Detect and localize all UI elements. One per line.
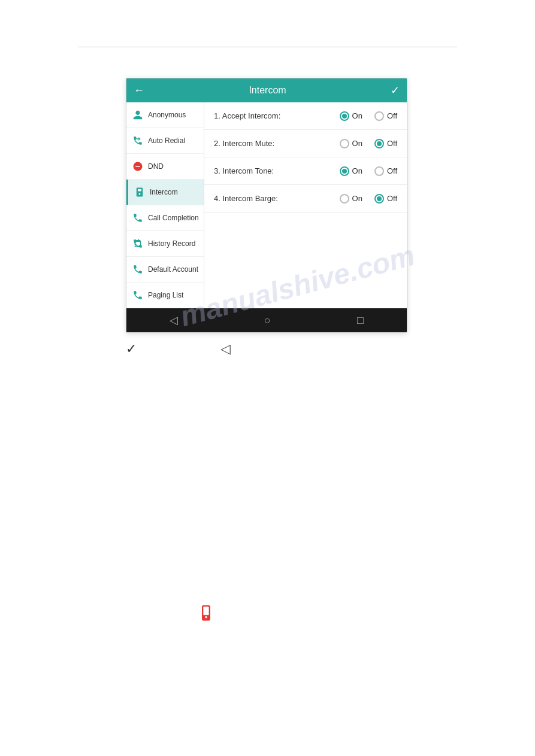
sidebar-label-paging-list: Paging List xyxy=(148,291,183,299)
setting-row-intercom-mute: 2. Intercom Mute: On Off xyxy=(204,130,407,157)
annotation-area: ✓ ◁ xyxy=(126,341,231,357)
accept-intercom-off-circle xyxy=(374,111,384,121)
setting-row-accept-intercom: 1. Accept Intercom: On Off xyxy=(204,102,407,130)
phone-ui: ← Intercom ✓ Anonymous Auto Redial xyxy=(126,78,407,333)
setting-row-intercom-barge: 4. Intercom Barge: On Off xyxy=(204,185,407,212)
intercom-tone-on[interactable]: On xyxy=(340,166,362,176)
callcompletion-icon xyxy=(131,211,144,224)
intercom-barge-off-label: Off xyxy=(387,194,397,203)
intercom-barge-off-circle xyxy=(374,194,384,204)
account-icon xyxy=(131,263,144,276)
dnd-icon xyxy=(131,160,144,173)
sidebar-item-dnd[interactable]: DND xyxy=(126,154,204,180)
accept-intercom-on[interactable]: On xyxy=(340,111,362,121)
svg-rect-1 xyxy=(135,166,140,167)
sidebar-item-default-account[interactable]: Default Account xyxy=(126,257,204,283)
intercom-barge-on[interactable]: On xyxy=(340,194,362,204)
nav-back-button[interactable]: ◁ xyxy=(160,311,188,329)
accept-intercom-label: 1. Accept Intercom: xyxy=(214,111,340,120)
accept-intercom-radio-group: On Off xyxy=(340,111,397,121)
header-bar: ← Intercom ✓ xyxy=(126,78,407,102)
sidebar-label-history-record: History Record xyxy=(148,239,195,248)
intercom-barge-label: 4. Intercom Barge: xyxy=(214,194,340,203)
sidebar-item-intercom[interactable]: Intercom xyxy=(126,180,204,205)
intercom-mute-radio-group: On Off xyxy=(340,139,397,148)
intercom-mute-label: 2. Intercom Mute: xyxy=(214,139,340,148)
sidebar-item-paging-list[interactable]: Paging List xyxy=(126,283,204,308)
intercom-mute-off-label: Off xyxy=(387,139,397,148)
sidebar: Anonymous Auto Redial DND Intercom xyxy=(126,102,204,308)
header-title: Intercom xyxy=(144,85,391,96)
intercom-icon xyxy=(133,186,146,199)
intercom-mute-off-circle xyxy=(374,139,384,148)
setting-row-intercom-tone: 3. Intercom Tone: On Off xyxy=(204,157,407,185)
bottom-nav: ◁ ○ □ xyxy=(126,308,407,332)
intercom-tone-on-label: On xyxy=(352,166,362,175)
intercom-mute-on-circle xyxy=(340,139,349,148)
sidebar-item-call-completion[interactable]: Call Completion xyxy=(126,205,204,231)
intercom-tone-off[interactable]: Off xyxy=(374,166,397,176)
intercom-barge-on-label: On xyxy=(352,194,362,203)
svg-rect-6 xyxy=(203,607,208,615)
person-icon xyxy=(131,108,144,122)
sidebar-label-default-account: Default Account xyxy=(148,265,198,274)
intercom-barge-on-circle xyxy=(340,194,349,204)
intercom-tone-label: 3. Intercom Tone: xyxy=(214,166,340,175)
check-symbol: ✓ xyxy=(126,341,137,357)
paging-icon xyxy=(131,289,144,302)
intercom-tone-radio-group: On Off xyxy=(340,166,397,176)
accept-intercom-on-circle xyxy=(340,111,349,121)
intercom-barge-radio-group: On Off xyxy=(340,194,397,204)
history-icon xyxy=(131,237,144,250)
intercom-tone-on-circle xyxy=(340,166,349,176)
intercom-mute-off[interactable]: Off xyxy=(374,139,397,148)
autoredial-icon xyxy=(131,134,144,147)
intercom-mute-on[interactable]: On xyxy=(340,139,362,148)
intercom-mute-on-label: On xyxy=(352,139,362,148)
back-annotation: ◁ xyxy=(220,341,231,357)
check-annotation: ✓ xyxy=(126,341,137,357)
content-area: 1. Accept Intercom: On Off 2. Intercom M… xyxy=(204,102,407,308)
sidebar-label-auto-redial: Auto Redial xyxy=(148,136,185,145)
header-back-button[interactable]: ← xyxy=(134,84,144,97)
intercom-tone-off-circle xyxy=(374,166,384,176)
svg-point-4 xyxy=(139,193,141,195)
back-symbol: ◁ xyxy=(220,341,231,357)
top-divider xyxy=(78,47,457,47)
sidebar-item-auto-redial[interactable]: Auto Redial xyxy=(126,128,204,154)
nav-home-button[interactable]: ○ xyxy=(255,312,280,329)
sidebar-label-anonymous: Anonymous xyxy=(148,111,186,119)
intercom-barge-off[interactable]: Off xyxy=(374,194,397,204)
sidebar-label-intercom: Intercom xyxy=(150,188,178,196)
svg-rect-3 xyxy=(138,189,141,192)
red-phone-icon xyxy=(198,605,214,626)
phone-body: Anonymous Auto Redial DND Intercom xyxy=(126,102,407,308)
sidebar-label-call-completion: Call Completion xyxy=(148,214,199,222)
sidebar-item-anonymous[interactable]: Anonymous xyxy=(126,102,204,128)
accept-intercom-off-label: Off xyxy=(387,111,397,120)
intercom-tone-off-label: Off xyxy=(387,166,397,175)
svg-point-7 xyxy=(205,616,207,618)
nav-recents-button[interactable]: □ xyxy=(347,312,373,329)
accept-intercom-on-label: On xyxy=(352,111,362,120)
sidebar-item-history-record[interactable]: History Record xyxy=(126,231,204,257)
sidebar-label-dnd: DND xyxy=(148,162,164,171)
accept-intercom-off[interactable]: Off xyxy=(374,111,397,121)
header-check-button[interactable]: ✓ xyxy=(391,84,400,97)
